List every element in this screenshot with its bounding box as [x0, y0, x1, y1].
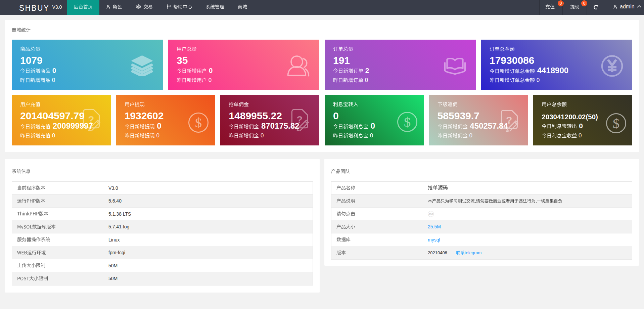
svg-text:$: $: [404, 114, 411, 130]
svg-text:?: ?: [506, 115, 512, 126]
svg-text:?: ?: [296, 114, 303, 125]
svg-text:?: ?: [88, 114, 94, 125]
svg-text:$: $: [195, 115, 202, 130]
svg-text:$: $: [613, 116, 620, 131]
